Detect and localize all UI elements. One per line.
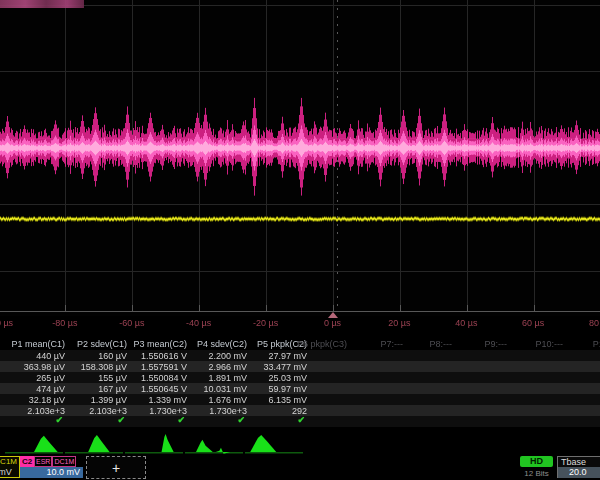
measure-row: 363.98 µV158.308 µV1.557591 V2.966 mV33.… <box>0 361 600 372</box>
measure-header-6[interactable]: P6 pkpk(C3) <box>297 339 347 349</box>
descriptor-strip: DC1M 10.0 mV C2 ESR DC1M 10.0 mV + HD 12… <box>0 455 600 480</box>
c1-coupling-label: DC1M <box>0 457 19 467</box>
histicon-p3[interactable] <box>125 431 183 455</box>
measure-value: 27.97 mV <box>268 351 307 361</box>
waveform-traces[interactable] <box>0 0 600 316</box>
measure-header-9[interactable]: P9:--- <box>485 339 508 349</box>
axis-tick <box>467 305 468 311</box>
c1-scale-value: 10.0 mV <box>0 467 19 478</box>
clipped-overlay-fragment <box>0 0 84 8</box>
timebase-descriptor[interactable]: Tbase 20.0 <box>557 456 600 478</box>
measure-value: 1.550645 V <box>141 384 187 394</box>
measure-value: 265 µV <box>36 373 65 383</box>
trigger-time-marker-icon[interactable] <box>328 312 338 318</box>
time-axis-label: 40 µs <box>455 318 477 328</box>
status-check-icon: ✔ <box>55 415 63 425</box>
axis-tick <box>534 305 535 311</box>
status-check-icon: ✔ <box>297 415 305 425</box>
measure-value: 363.98 µV <box>24 362 65 372</box>
measure-value: 33.477 mV <box>263 362 307 372</box>
measure-row: 440 µV160 µV1.550616 V2.200 mV27.97 mV <box>0 350 600 361</box>
time-axis-line <box>0 311 600 312</box>
timebase-value: 20.0 <box>558 467 600 478</box>
histicon-p1[interactable] <box>5 431 63 455</box>
measure-value: 1.550084 V <box>141 373 187 383</box>
measure-value: 1.399 µV <box>91 395 127 405</box>
time-axis-label: -60 µs <box>119 318 144 328</box>
measure-header-row: P1 mean(C1)P2 sdev(C1)P3 mean(C2)P4 sdev… <box>0 338 600 350</box>
time-axis-label: -20 µs <box>253 318 278 328</box>
measure-value: 1.557591 V <box>141 362 187 372</box>
measure-header-7[interactable]: P7:--- <box>381 339 404 349</box>
measure-value: 25.03 mV <box>268 373 307 383</box>
time-axis-label: 20 µs <box>388 318 410 328</box>
axis-tick <box>132 305 133 311</box>
measure-value: 1.550616 V <box>141 351 187 361</box>
measurement-table: P1 mean(C1)P2 sdev(C1)P3 mean(C2)P4 sdev… <box>0 338 600 427</box>
measure-header-11[interactable]: P11 <box>593 339 600 349</box>
axis-tick <box>400 305 401 311</box>
histicon-p2[interactable] <box>65 431 123 455</box>
hd-mode-badge[interactable]: HD <box>520 456 553 467</box>
waveform-grid[interactable] <box>0 0 600 316</box>
measure-value: 59.97 mV <box>268 384 307 394</box>
axis-tick <box>266 305 267 311</box>
measure-value: 10.031 mV <box>203 384 247 394</box>
status-check-icon: ✔ <box>237 415 245 425</box>
timebase-label: Tbase <box>558 457 600 467</box>
measure-header-2[interactable]: P2 sdev(C1) <box>77 339 127 349</box>
add-trace-button[interactable]: + <box>86 456 146 479</box>
measure-header-8[interactable]: P8:--- <box>430 339 453 349</box>
measure-header-3[interactable]: P3 mean(C2) <box>133 339 187 349</box>
measure-row: 474 µV167 µV1.550645 V10.031 mV59.97 mV <box>0 383 600 394</box>
measure-value: 2.200 mV <box>208 351 247 361</box>
status-check-icon: ✔ <box>177 415 185 425</box>
measure-value: 1.891 mV <box>208 373 247 383</box>
histicon-p5[interactable] <box>245 431 303 455</box>
measure-value: 2.966 mV <box>208 362 247 372</box>
measure-value: 6.135 mV <box>268 395 307 405</box>
measure-row: 32.18 µV1.399 µV1.339 mV1.676 mV6.135 mV <box>0 394 600 405</box>
measure-header-1[interactable]: P1 mean(C1) <box>11 339 65 349</box>
measure-value: 167 µV <box>98 384 127 394</box>
axis-tick <box>333 305 334 311</box>
axis-tick <box>65 305 66 311</box>
time-axis-label: -80 µs <box>52 318 77 328</box>
measure-value: 155 µV <box>98 373 127 383</box>
measure-header-4[interactable]: P4 sdev(C2) <box>197 339 247 349</box>
c2-coupling-badge: DC1M <box>52 456 76 467</box>
measure-value: 474 µV <box>36 384 65 394</box>
channel-c2-descriptor[interactable]: C2 ESR DC1M 10.0 mV <box>20 456 83 478</box>
measure-value: 32.18 µV <box>29 395 65 405</box>
oscilloscope-screen: -100 µs-80 µs-60 µs-40 µs-20 µs0 µs20 µs… <box>0 0 600 480</box>
time-axis-label: -100 µs <box>0 318 13 328</box>
histicon-p4[interactable] <box>185 431 243 455</box>
measure-value: 158.308 µV <box>81 362 127 372</box>
measure-value: 440 µV <box>36 351 65 361</box>
measure-value: 1.339 mV <box>148 395 187 405</box>
time-axis-label: 80 µs <box>589 318 600 328</box>
channel-c1-descriptor[interactable]: DC1M 10.0 mV <box>0 456 20 478</box>
measure-value: 1.676 mV <box>208 395 247 405</box>
time-axis-label: 60 µs <box>522 318 544 328</box>
c2-scale-value: 10.0 mV <box>20 467 83 478</box>
c2-eres-badge: ESR <box>34 456 52 467</box>
status-check-icon: ✔ <box>117 415 125 425</box>
measure-header-10[interactable]: P10:--- <box>535 339 563 349</box>
time-axis-label: 0 µs <box>324 318 341 328</box>
axis-tick <box>199 305 200 311</box>
measure-row: 265 µV155 µV1.550084 V1.891 mV25.03 mV <box>0 372 600 383</box>
measure-status-row: ✔✔✔✔✔ <box>0 416 600 427</box>
time-axis-label: -40 µs <box>186 318 211 328</box>
c2-channel-tab[interactable]: C2 <box>20 456 34 467</box>
measure-value: 160 µV <box>98 351 127 361</box>
hd-bits-label: 12 Bits <box>517 469 556 478</box>
